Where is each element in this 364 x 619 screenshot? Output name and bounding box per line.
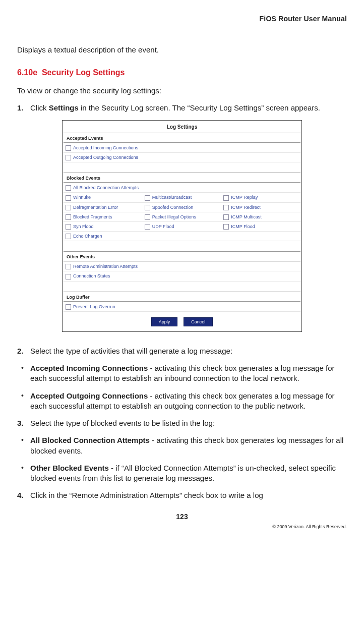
checkbox-multicast[interactable]	[145, 195, 150, 201]
checkbox-spoofed[interactable]	[145, 205, 150, 210]
copyright: © 2009 Verizon. All Rights Reserved.	[17, 524, 347, 530]
checkbox-prevent-overrun[interactable]	[66, 304, 71, 310]
checkbox-connection-states[interactable]	[66, 274, 71, 279]
step-1: 1. Click Settings in the Security Log sc…	[17, 103, 347, 113]
section-heading: 6.10e Security Log Settings	[17, 67, 347, 78]
step-text-prefix: Click	[30, 103, 49, 112]
step-number: 1.	[17, 103, 24, 113]
packet-illegal-label: Packet Illegal Options	[152, 214, 196, 219]
step-text: Click in the “Remote Administration Atte…	[30, 491, 263, 499]
step-number: 4.	[17, 490, 24, 500]
blocked-events-header: Blocked Events	[64, 173, 300, 183]
step-2: 2. Select the type of activities that wi…	[17, 346, 347, 356]
all-blocked-label: All Blocked Connection Attempts	[73, 185, 139, 190]
step-number: 2.	[17, 346, 24, 356]
page-number: 123	[17, 512, 347, 522]
spoofed-label: Spoofed Connection	[152, 205, 194, 210]
icmp-multicast-label: ICMP Multicast	[231, 214, 261, 219]
intro-paragraph: Displays a textual description of the ev…	[17, 45, 347, 55]
step-text: Select the type of blocked events to be …	[30, 419, 215, 427]
checkbox-winnuke[interactable]	[66, 195, 71, 201]
connection-states-label: Connection States	[73, 273, 110, 278]
bullet-other-blocked: Other Blocked Events - if “All Blocked C…	[17, 463, 347, 484]
step-text-bold: Settings	[49, 103, 79, 112]
icmp-replay-label: ICMP Replay	[231, 195, 258, 200]
bullet-all-blocked: All Blocked Connection Attempts - activa…	[17, 435, 347, 456]
checkbox-icmp-multicast[interactable]	[223, 214, 229, 220]
bullet-bold: Accepted Incoming Connections	[30, 364, 148, 372]
section-title: Security Log Settings	[42, 68, 125, 77]
multicast-label: Multicast/Broadcast	[152, 195, 192, 200]
cancel-button[interactable]: Cancel	[184, 317, 213, 326]
checkbox-blocked-frag[interactable]	[66, 214, 71, 220]
step-number: 3.	[17, 418, 24, 428]
step-4: 4. Click in the “Remote Administration A…	[17, 490, 347, 500]
checkbox-icmp-flood[interactable]	[223, 224, 229, 230]
bullet-bold: All Blocked Connection Attempts	[30, 436, 150, 444]
step-text: Select the type of activities that will …	[30, 347, 232, 355]
other-events-header: Other Events	[64, 251, 300, 261]
prevent-overrun-label: Prevent Log Overrun	[73, 304, 115, 309]
checkbox-packet-illegal[interactable]	[145, 214, 150, 220]
section-intro: To view or change the security log setti…	[17, 86, 347, 96]
checkbox-accepted-incoming[interactable]	[66, 145, 71, 151]
figure-title: Log Settings	[64, 122, 300, 133]
checkbox-all-blocked[interactable]	[66, 185, 71, 191]
checkbox-icmp-redirect[interactable]	[223, 205, 229, 210]
log-settings-figure: Log Settings Accepted Events Accepted In…	[62, 120, 302, 332]
checkbox-accepted-outgoing[interactable]	[66, 155, 71, 160]
accepted-events-header: Accepted Events	[64, 133, 300, 143]
bullet-bold: Accepted Outgoing Connections	[30, 391, 148, 400]
icmp-flood-label: ICMP Flood	[231, 224, 255, 229]
remote-admin-label: Remote Administration Attempts	[73, 264, 138, 269]
checkbox-echo-chargen[interactable]	[66, 234, 71, 239]
accepted-outgoing-label: Accepted Outgoing Connections	[73, 155, 138, 160]
udp-flood-label: UDP Flood	[152, 224, 174, 229]
step-text-suffix: in the Security Log screen. The “Securit…	[79, 103, 320, 112]
checkbox-remote-admin[interactable]	[66, 264, 71, 269]
section-number: 6.10e	[17, 68, 37, 77]
accepted-incoming-label: Accepted Incoming Connections	[73, 145, 138, 150]
document-header: FiOS Router User Manual	[17, 14, 347, 24]
echo-chargen-label: Echo Chargen	[73, 234, 102, 239]
log-buffer-header: Log Buffer	[64, 292, 300, 302]
blocked-frag-label: Blocked Fragments	[73, 214, 112, 219]
checkbox-syn-flood[interactable]	[66, 224, 71, 230]
bullet-accepted-outgoing: Accepted Outgoing Connections - activati…	[17, 391, 347, 412]
apply-button[interactable]: Apply	[151, 317, 178, 326]
checkbox-udp-flood[interactable]	[145, 224, 150, 230]
winnuke-label: Winnuke	[73, 195, 91, 200]
step-3: 3. Select the type of blocked events to …	[17, 418, 347, 428]
checkbox-defrag[interactable]	[66, 205, 71, 210]
defrag-label: Defragmentation Error	[73, 205, 118, 210]
syn-flood-label: Syn Flood	[73, 224, 94, 229]
checkbox-icmp-replay[interactable]	[223, 195, 229, 201]
icmp-redirect-label: ICMP Redirect	[231, 205, 260, 210]
bullet-bold: Other Blocked Events	[30, 464, 109, 472]
bullet-accepted-incoming: Accepted Incoming Connections - activati…	[17, 363, 347, 384]
